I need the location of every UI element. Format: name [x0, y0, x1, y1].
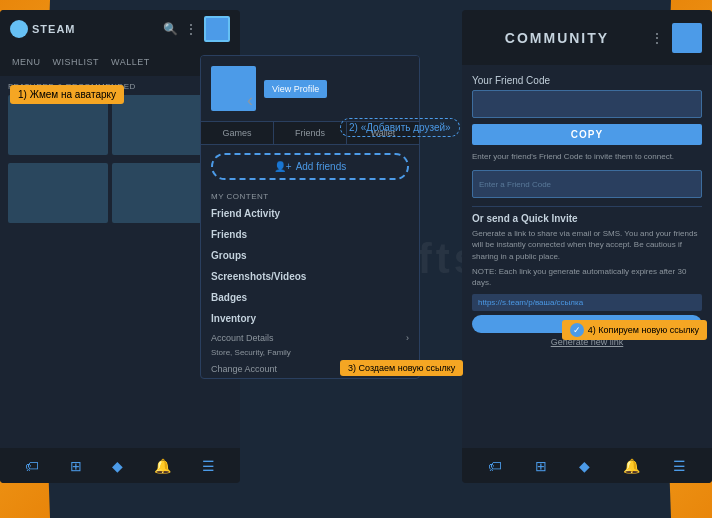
checkmark-icon: ✓ — [570, 323, 584, 337]
tooltip-add-friends: 2) «Добавить друзей» — [340, 118, 460, 137]
account-details-arrow: › — [406, 333, 409, 343]
community-avatar — [672, 23, 702, 53]
back-arrow-button[interactable]: ‹ — [247, 90, 253, 111]
game-thumb-4[interactable] — [112, 163, 212, 223]
quick-invite-desc: Generate a link to share via email or SM… — [472, 228, 702, 262]
community-content: Your Friend Code COPY Enter your friend'… — [462, 65, 712, 357]
nav-menu[interactable]: MENU — [8, 55, 45, 69]
community-header: COMMUNITY ⋮ — [462, 10, 712, 65]
menu-item-groups[interactable]: Groups — [201, 245, 419, 266]
steam-bottom-nav: 🏷 ⊞ ◆ 🔔 ☰ — [0, 448, 240, 483]
menu-item-screenshots[interactable]: Screenshots/Videos — [201, 266, 419, 287]
profile-nav-friends[interactable]: Friends — [274, 122, 347, 144]
community-nav-bell-icon[interactable]: 🔔 — [623, 458, 640, 474]
nav-wallet[interactable]: WALLET — [107, 55, 154, 69]
community-bottom-nav: 🏷 ⊞ ◆ 🔔 ☰ — [462, 448, 712, 483]
community-nav-grid-icon[interactable]: ⊞ — [535, 458, 547, 474]
quick-invite-title: Or send a Quick Invite — [472, 213, 702, 224]
profile-dropdown-panel: View Profile Games Friends Wallet 👤+ Add… — [200, 55, 420, 379]
enter-placeholder: Enter a Friend Code — [479, 180, 551, 189]
steam-logo: STEAM — [10, 20, 76, 38]
profile-header: View Profile — [201, 56, 419, 122]
community-nav-diamond-icon[interactable]: ◆ — [579, 458, 590, 474]
community-title: COMMUNITY — [472, 30, 642, 46]
steam-logo-text: STEAM — [32, 23, 76, 35]
community-menu-icon[interactable]: ⋮ — [650, 30, 664, 46]
friend-code-input[interactable] — [472, 90, 702, 118]
nav-wishlist[interactable]: WISHLIST — [49, 55, 104, 69]
bottom-nav-tag-icon[interactable]: 🏷 — [25, 458, 39, 474]
change-account-label: Change Account — [211, 364, 277, 374]
enter-friend-code-input[interactable]: Enter a Friend Code — [472, 170, 702, 198]
menu-item-badges[interactable]: Badges — [201, 287, 419, 308]
note-text: NOTE: Each link you generate automatical… — [472, 266, 702, 288]
profile-nav-games[interactable]: Games — [201, 122, 274, 144]
community-nav-tag-icon[interactable]: 🏷 — [488, 458, 502, 474]
friend-code-label: Your Friend Code — [472, 75, 702, 86]
my-content-label: MY CONTENT — [201, 188, 419, 203]
menu-item-inventory[interactable]: Inventory — [201, 308, 419, 329]
bottom-nav-grid-icon[interactable]: ⊞ — [70, 458, 82, 474]
section-divider — [472, 206, 702, 207]
add-friends-icon: 👤+ — [274, 161, 292, 172]
community-nav-hamburger-icon[interactable]: ☰ — [673, 458, 686, 474]
menu-item-account-details[interactable]: Account Details › — [201, 329, 419, 347]
bottom-nav-hamburger-icon[interactable]: ☰ — [202, 458, 215, 474]
menu-icon[interactable]: ⋮ — [184, 21, 198, 37]
game-thumb-1[interactable] — [8, 95, 108, 155]
view-profile-button[interactable]: View Profile — [264, 80, 327, 98]
add-friends-button[interactable]: 👤+ Add friends — [211, 153, 409, 180]
menu-item-friend-activity[interactable]: Friend Activity — [201, 203, 419, 224]
account-sub-label: Store, Security, Family — [201, 347, 419, 360]
account-details-label: Account Details — [211, 333, 274, 343]
tooltip-create-link: 3) Создаем новую ссылку — [340, 360, 463, 376]
steam-header: STEAM 🔍 ⋮ — [0, 10, 240, 48]
game-thumb-3[interactable] — [8, 163, 108, 223]
tooltip-copy-link: ✓ 4) Копируем новую ссылку — [562, 320, 707, 340]
search-icon[interactable]: 🔍 — [163, 22, 178, 36]
invite-hint: Enter your friend's Friend Code to invit… — [472, 151, 702, 162]
bottom-nav-diamond-icon[interactable]: ◆ — [112, 458, 123, 474]
menu-item-friends[interactable]: Friends — [201, 224, 419, 245]
copy-button-1[interactable]: COPY — [472, 124, 702, 145]
link-url-box: https://s.team/p/ваша/ссылка — [472, 294, 702, 311]
avatar[interactable] — [204, 16, 230, 42]
community-panel: COMMUNITY ⋮ Your Friend Code COPY Enter … — [462, 10, 712, 483]
game-thumb-2[interactable] — [112, 95, 212, 155]
bottom-nav-bell-icon[interactable]: 🔔 — [154, 458, 171, 474]
tooltip-copy-link-text: 4) Копируем новую ссылку — [588, 325, 699, 335]
steam-logo-icon — [10, 20, 28, 38]
add-friends-label: Add friends — [296, 161, 347, 172]
tooltip-click-avatar: 1) Жмем на аватарку — [10, 85, 124, 104]
